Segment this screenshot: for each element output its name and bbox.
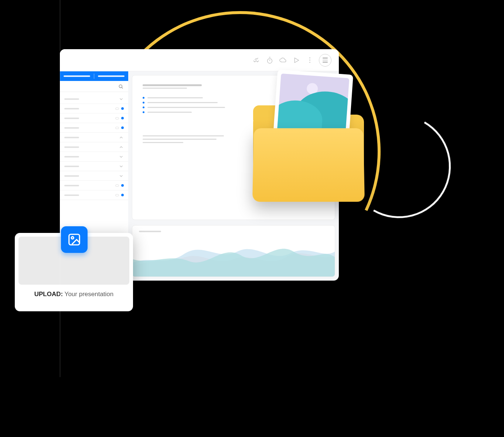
- nav-group-toggle[interactable]: [60, 152, 128, 162]
- chevron-down-icon: [119, 154, 124, 159]
- doc-paragraph-line: [143, 142, 183, 143]
- stopwatch-icon[interactable]: [266, 56, 274, 64]
- status-dot-icon: [121, 117, 124, 119]
- doc-subtitle-placeholder: [143, 88, 187, 89]
- tab-separator: [94, 74, 94, 79]
- vertical-guide-line: [60, 0, 60, 377]
- sidebar-tab[interactable]: [64, 75, 90, 77]
- doc-paragraph-line: [143, 135, 224, 136]
- nav-item[interactable]: [60, 114, 128, 123]
- nav-group-toggle[interactable]: [60, 94, 128, 104]
- cloud-icon[interactable]: [279, 56, 287, 64]
- doc-paragraph-line: [143, 139, 217, 140]
- nav-item[interactable]: [60, 181, 128, 190]
- handshake-icon[interactable]: [252, 56, 260, 64]
- status-dot-icon: [121, 126, 124, 129]
- nav-group-toggle[interactable]: [60, 142, 128, 152]
- visibility-icon: [115, 117, 119, 119]
- chevron-down-icon: [119, 96, 124, 102]
- visibility-icon: [115, 108, 119, 110]
- visibility-icon: [115, 194, 119, 196]
- chevron-down-icon: [119, 173, 124, 179]
- sidebar-search[interactable]: [60, 81, 128, 92]
- hamburger-menu-button[interactable]: [319, 54, 331, 67]
- upload-label: UPLOAD: Your presentation: [15, 291, 133, 298]
- nav-group-toggle[interactable]: [60, 171, 128, 181]
- upload-dropzone[interactable]: [18, 237, 129, 285]
- search-icon: [118, 84, 124, 89]
- area-chart: [132, 237, 335, 277]
- svg-point-0: [268, 58, 272, 63]
- visibility-icon: [115, 184, 119, 187]
- nav-group-toggle[interactable]: [60, 133, 128, 142]
- sidebar-nav-list: [60, 92, 128, 200]
- nav-item[interactable]: [60, 123, 128, 133]
- visibility-icon: [115, 127, 119, 129]
- status-dot-icon: [121, 184, 124, 187]
- image-icon: [67, 233, 81, 247]
- chart-card: [132, 225, 335, 277]
- status-dot-icon: [121, 107, 124, 110]
- svg-point-3: [71, 237, 74, 239]
- folder-illustration: [253, 72, 368, 209]
- nav-group-toggle[interactable]: [60, 162, 128, 171]
- chart-title-placeholder: [139, 231, 161, 232]
- upload-image-badge[interactable]: [61, 226, 88, 253]
- nav-item[interactable]: [60, 190, 128, 200]
- chevron-up-icon: [119, 145, 124, 150]
- chevron-down-icon: [119, 164, 124, 169]
- nav-item[interactable]: [60, 104, 128, 114]
- svg-point-1: [119, 85, 122, 88]
- sidebar-tab[interactable]: [98, 75, 125, 77]
- play-icon[interactable]: [292, 56, 300, 64]
- svg-rect-2: [69, 234, 80, 245]
- chevron-up-icon: [119, 135, 124, 140]
- app-header: [60, 49, 339, 71]
- more-vertical-icon[interactable]: [306, 56, 314, 64]
- doc-title-placeholder: [143, 84, 202, 86]
- sidebar-tab-bar: [60, 71, 128, 81]
- status-dot-icon: [121, 194, 124, 196]
- upload-card[interactable]: UPLOAD: Your presentation: [15, 233, 133, 311]
- image-icon: [277, 74, 350, 138]
